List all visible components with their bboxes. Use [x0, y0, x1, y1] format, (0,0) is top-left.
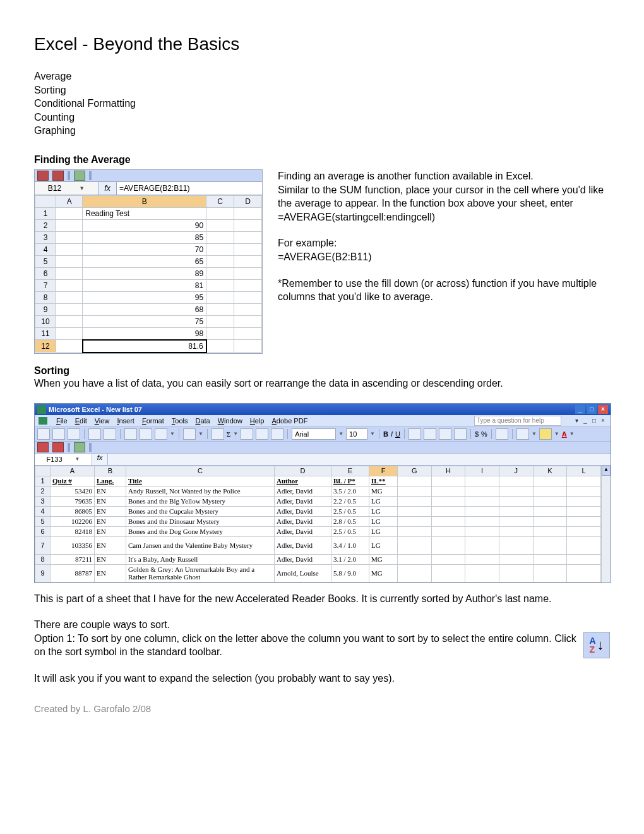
cell[interactable]: EN	[95, 554, 126, 564]
hyperlink-icon[interactable]	[212, 428, 224, 440]
cell[interactable]	[234, 219, 262, 231]
col-header[interactable]: H	[431, 466, 465, 476]
cell[interactable]	[567, 496, 601, 506]
cell[interactable]: 82418	[51, 526, 95, 536]
cell[interactable]: LG	[369, 526, 398, 536]
dropdown-icon[interactable]: ▾	[573, 417, 580, 425]
sort-asc-icon[interactable]	[241, 428, 253, 440]
col-header[interactable]: E	[331, 466, 369, 476]
cell[interactable]: Bones and the Cupcake Mystery	[126, 506, 275, 516]
cell[interactable]	[234, 303, 262, 315]
chevron-down-icon[interactable]: ▼	[370, 431, 375, 437]
cell[interactable]: EN	[95, 564, 126, 582]
col-header[interactable]: J	[499, 466, 533, 476]
cell[interactable]	[56, 327, 83, 340]
font-name-select[interactable]: Arial	[292, 428, 336, 440]
menu-item[interactable]: Format	[142, 417, 164, 425]
cell[interactable]	[398, 486, 432, 496]
cell[interactable]: 85	[83, 231, 206, 243]
open-icon[interactable]	[52, 428, 65, 440]
cell[interactable]: 87211	[51, 554, 95, 564]
align-left-icon[interactable]	[408, 428, 421, 440]
undo-icon[interactable]	[183, 428, 196, 440]
save-icon[interactable]	[68, 428, 80, 440]
row-header[interactable]: 7	[35, 279, 56, 291]
cell[interactable]: 98	[83, 327, 206, 340]
mdi-minimize-button[interactable]: _	[581, 417, 589, 425]
cell[interactable]	[398, 476, 432, 486]
row-header[interactable]: 10	[35, 315, 56, 327]
cell[interactable]	[206, 231, 234, 243]
cell[interactable]: EN	[95, 506, 126, 516]
cell[interactable]: MG	[369, 564, 398, 582]
chevron-down-icon[interactable]: ▼	[198, 431, 203, 437]
cell[interactable]	[398, 506, 432, 516]
borders-icon[interactable]	[516, 428, 529, 440]
col-header[interactable]: B	[83, 195, 206, 207]
cell[interactable]	[567, 526, 601, 536]
row-header[interactable]: 5	[35, 255, 56, 267]
cell[interactable]: LG	[369, 496, 398, 506]
preview-icon[interactable]	[104, 428, 116, 440]
cell[interactable]	[567, 486, 601, 496]
fx-button[interactable]: fx	[98, 182, 117, 195]
cell[interactable]	[234, 315, 262, 327]
cell[interactable]: It's a Baby, Andy Russell	[126, 554, 275, 564]
cell[interactable]	[234, 255, 262, 267]
cell[interactable]	[234, 327, 262, 340]
cell[interactable]	[533, 506, 567, 516]
cell[interactable]: 81	[83, 279, 206, 291]
row-header[interactable]: 1	[35, 207, 56, 219]
font-color-icon[interactable]: A	[562, 430, 567, 438]
cell[interactable]	[465, 554, 499, 564]
row-header[interactable]: 6	[35, 526, 51, 536]
cell[interactable]: MG	[369, 486, 398, 496]
cell[interactable]: 65	[83, 255, 206, 267]
row-header[interactable]: 6	[35, 267, 56, 279]
menu-item[interactable]: Adobe PDF	[271, 417, 307, 425]
cell[interactable]: 79635	[51, 496, 95, 506]
col-header[interactable]: A	[51, 466, 95, 476]
cell[interactable]	[206, 255, 234, 267]
cell[interactable]	[431, 506, 465, 516]
cell[interactable]	[56, 231, 83, 243]
select-all-cell[interactable]	[35, 466, 51, 476]
row-header[interactable]: 2	[35, 219, 56, 231]
cell[interactable]: Title	[126, 476, 275, 486]
paste-icon[interactable]	[155, 428, 167, 440]
cell[interactable]: Adler, David	[275, 526, 331, 536]
cell[interactable]	[56, 303, 83, 315]
cell[interactable]	[431, 564, 465, 582]
cell[interactable]: EN	[95, 486, 126, 496]
cell[interactable]: 102206	[51, 516, 95, 526]
cell[interactable]	[567, 536, 601, 554]
cell[interactable]	[465, 476, 499, 486]
cell[interactable]: Adler, David	[275, 536, 331, 554]
cell[interactable]: 3.5 / 2.0	[331, 486, 369, 496]
cell[interactable]: 53420	[51, 486, 95, 496]
menu-item[interactable]: Window	[218, 417, 242, 425]
pdf-icon[interactable]	[37, 442, 49, 452]
row-header[interactable]: 3	[35, 496, 51, 506]
print-icon[interactable]	[88, 428, 101, 440]
cell[interactable]: Andy Russell, Not Wanted by the Police	[126, 486, 275, 496]
cell[interactable]: 70	[83, 243, 206, 255]
cell[interactable]	[206, 243, 234, 255]
cell[interactable]	[465, 536, 499, 554]
cell[interactable]	[499, 486, 533, 496]
cell[interactable]: 90	[83, 219, 206, 231]
pdf-icon[interactable]	[37, 171, 49, 181]
cell[interactable]	[567, 554, 601, 564]
bold-button[interactable]: B	[383, 430, 388, 438]
new-icon[interactable]	[37, 428, 50, 440]
cell[interactable]: 2.2 / 0.5	[331, 496, 369, 506]
cell[interactable]	[567, 476, 601, 486]
row-header[interactable]: 11	[35, 327, 56, 340]
cell[interactable]	[206, 267, 234, 279]
formula-input[interactable]	[108, 454, 611, 465]
cell[interactable]	[234, 291, 262, 303]
cell[interactable]	[431, 536, 465, 554]
cell[interactable]: Bones and the Dinosaur Mystery	[126, 516, 275, 526]
cell[interactable]: EN	[95, 516, 126, 526]
cell[interactable]	[465, 526, 499, 536]
